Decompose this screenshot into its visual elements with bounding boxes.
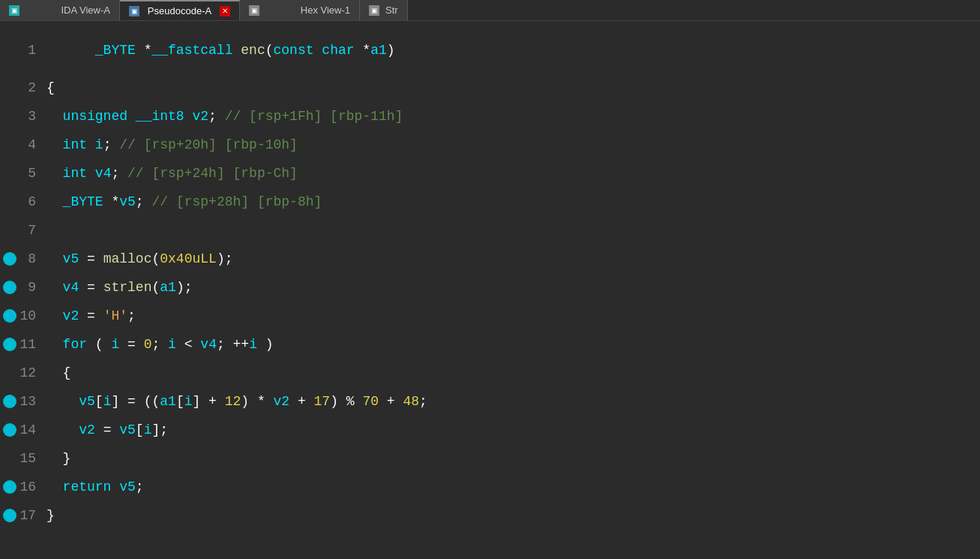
code-line-5: 5 int v4; // [rsp+24h] [rbp-Ch]	[0, 159, 980, 188]
line-code-6: _BYTE *v5; // [rsp+28h] [rbp-8h]	[46, 194, 322, 209]
line-code-4: int i; // [rsp+20h] [rbp-10h]	[46, 137, 298, 152]
code-area: 1 _BYTE *__fastcall enc(const char *a1) …	[0, 21, 980, 559]
line-code-17: }	[46, 508, 55, 523]
bp-8	[3, 252, 16, 266]
code-line-15: 15 }	[0, 444, 980, 473]
code-line-7: 7	[0, 216, 980, 245]
code-line-1: 1 _BYTE *__fastcall enc(const char *a1)	[0, 27, 980, 74]
code-line-6: 6 _BYTE *v5; // [rsp+28h] [rbp-8h]	[0, 188, 980, 216]
line-num-8: 8	[19, 251, 46, 266]
line-code-14: v2 = v5[i];	[46, 422, 168, 437]
tab-icon-ida: ▣	[9, 5, 19, 16]
line-num-6: 6	[19, 194, 46, 209]
line-code-11: for ( i = 0; i < v4; ++i )	[46, 337, 274, 352]
line-num-1: 1	[19, 43, 46, 58]
line-code-12: {	[46, 365, 70, 380]
code-line-10: 10 v2 = 'H';	[0, 302, 980, 330]
tab-icon-hex: ▣	[249, 5, 259, 16]
line-code-13: v5[i] = ((a1[i] + 12) * v2 + 17) % 70 + …	[46, 394, 427, 409]
tab-label-hex: Hex View-1	[301, 5, 350, 16]
line-num-17: 17	[19, 508, 46, 523]
tab-str[interactable]: ▣ Str	[360, 0, 408, 20]
line-code-16: return v5;	[46, 479, 144, 494]
line-num-16: 16	[19, 479, 46, 494]
line-code-9: v4 = strlen(a1);	[46, 280, 192, 295]
line-num-12: 12	[19, 365, 46, 380]
bp-10	[3, 309, 16, 323]
code-line-4: 4 int i; // [rsp+20h] [rbp-10h]	[0, 131, 980, 159]
tab-bar: ▣ IDA View-A ▣ Pseudocode-A ✕ ▣ Hex View…	[0, 0, 980, 21]
bp-9	[3, 281, 16, 294]
code-line-16: 16 return v5;	[0, 473, 980, 501]
line-num-5: 5	[19, 166, 46, 181]
code-line-8: 8 v5 = malloc(0x40uLL);	[0, 245, 980, 273]
line-num-2: 2	[19, 80, 46, 95]
tab-close-pseudo[interactable]: ✕	[220, 6, 230, 17]
line-num-10: 10	[19, 308, 46, 323]
line-num-7: 7	[19, 223, 46, 238]
line-num-15: 15	[19, 451, 46, 466]
tab-label-pseudo: Pseudocode-A	[148, 5, 211, 17]
line-code-2: {	[46, 80, 55, 95]
bp-13	[3, 395, 16, 408]
line-code-8: v5 = malloc(0x40uLL);	[46, 251, 233, 266]
code-line-9: 9 v4 = strlen(a1);	[0, 273, 980, 302]
bp-14	[3, 423, 16, 437]
tab-icon-str: ▣	[369, 5, 379, 16]
line-code-1: _BYTE *__fastcall enc(const char *a1)	[46, 28, 395, 73]
line-num-13: 13	[19, 394, 46, 409]
line-num-4: 4	[19, 137, 46, 152]
bp-17	[3, 509, 16, 522]
tab-pseudocode[interactable]: ▣ Pseudocode-A ✕	[120, 0, 240, 20]
line-code-3: unsigned __int8 v2; // [rsp+1Fh] [rbp-11…	[46, 109, 403, 124]
tab-icon-pseudo: ▣	[129, 6, 139, 17]
code-line-17: 17 }	[0, 501, 980, 530]
bp-11	[3, 338, 16, 351]
code-line-3: 3 unsigned __int8 v2; // [rsp+1Fh] [rbp-…	[0, 102, 980, 131]
code-line-11: 11 for ( i = 0; i < v4; ++i )	[0, 330, 980, 359]
line-num-9: 9	[19, 280, 46, 295]
tab-hex-view[interactable]: ▣ Hex View-1	[240, 0, 360, 20]
code-line-12: 12 {	[0, 359, 980, 387]
line-code-10: v2 = 'H';	[46, 308, 136, 323]
line-num-3: 3	[19, 109, 46, 124]
line-num-11: 11	[19, 337, 46, 352]
tab-label-str: Str	[385, 5, 398, 16]
line-code-15: }	[46, 451, 70, 466]
tab-label-ida: IDA View-A	[61, 5, 110, 16]
code-line-14: 14 v2 = v5[i];	[0, 416, 980, 444]
code-line-13: 13 v5[i] = ((a1[i] + 12) * v2 + 17) % 70…	[0, 387, 980, 416]
code-line-2: 2 {	[0, 74, 980, 102]
bp-16	[3, 480, 16, 494]
line-code-5: int v4; // [rsp+24h] [rbp-Ch]	[46, 166, 298, 181]
tab-ida-view[interactable]: ▣ IDA View-A	[0, 0, 120, 20]
line-num-14: 14	[19, 422, 46, 437]
